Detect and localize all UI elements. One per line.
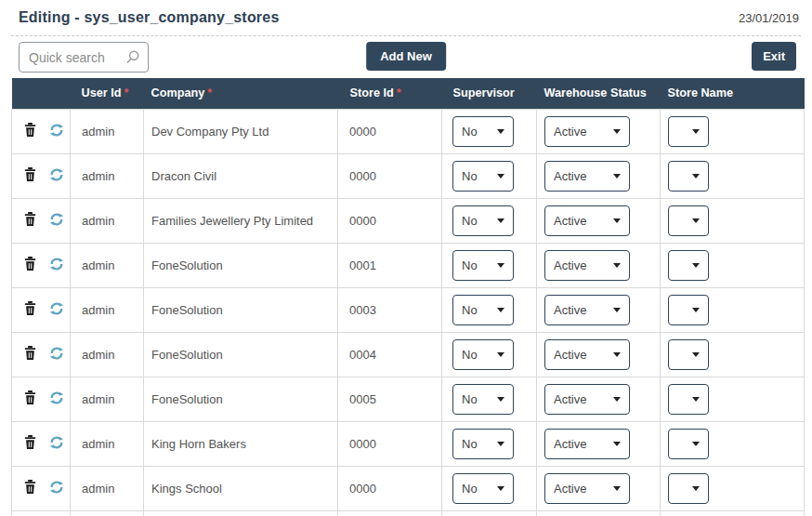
supervisor-select[interactable]: No xyxy=(452,295,514,325)
user-id-cell: admin xyxy=(71,109,144,153)
column-actions xyxy=(12,78,71,109)
refresh-row-button[interactable] xyxy=(49,301,64,319)
warehouse-status-select[interactable]: Active xyxy=(544,429,630,459)
chevron-down-icon xyxy=(692,397,700,402)
supervisor-select[interactable]: No xyxy=(452,429,514,459)
chevron-down-icon xyxy=(613,218,621,223)
table-row: admin FoneSolution 0004 No Active xyxy=(12,332,805,377)
delete-row-button[interactable] xyxy=(23,479,37,497)
refresh-row-button[interactable] xyxy=(49,390,64,408)
warehouse-status-select[interactable]: Active xyxy=(544,161,630,192)
chevron-down-icon xyxy=(613,352,621,357)
store-name-select[interactable] xyxy=(668,116,709,147)
supervisor-select-value: No xyxy=(462,258,478,272)
warehouse-status-select-value: Active xyxy=(554,214,586,228)
table-row: admin King Horn Bakers 0000 No Active xyxy=(12,421,805,466)
store-name-cell xyxy=(661,466,805,510)
add-new-button[interactable]: Add New xyxy=(366,42,446,71)
store-name-cell xyxy=(661,421,805,466)
delete-row-button[interactable] xyxy=(23,122,37,140)
warehouse-status-cell: Active xyxy=(537,421,661,466)
search-input[interactable] xyxy=(19,42,149,73)
store-id-cell: 0000 xyxy=(338,421,442,466)
warehouse-status-select[interactable]: Active xyxy=(544,473,630,504)
supervisor-cell: No xyxy=(442,198,537,243)
warehouse-status-cell: Active xyxy=(537,243,661,287)
user-id-cell: admin xyxy=(71,287,144,332)
supervisor-select[interactable]: No xyxy=(452,339,514,370)
company-cell: FoneSolution xyxy=(144,332,338,377)
store-name-select[interactable] xyxy=(668,161,709,192)
warehouse-status-select[interactable]: Active xyxy=(544,250,630,281)
store-name-select[interactable] xyxy=(668,473,709,504)
chevron-down-icon xyxy=(692,174,700,179)
supervisor-select[interactable]: No xyxy=(452,384,514,415)
store-name-select[interactable] xyxy=(668,295,709,325)
warehouse-status-cell: Active xyxy=(537,287,661,332)
chevron-down-icon xyxy=(497,263,504,268)
column-store-name: Store Name xyxy=(661,78,805,109)
chevron-down-icon xyxy=(692,486,700,491)
row-actions-cell xyxy=(12,153,71,198)
row-actions-cell xyxy=(12,510,71,516)
store-name-select[interactable] xyxy=(668,384,709,415)
table-row: admin FoneSolution 0005 No Active xyxy=(12,377,805,421)
store-name-select[interactable] xyxy=(668,205,709,236)
row-actions-cell xyxy=(12,466,71,510)
refresh-row-button[interactable] xyxy=(49,435,64,453)
title-bar: Editing - sys_user_company_stores 23/01/… xyxy=(0,0,812,35)
table-row: admin Dracon Civil 0000 No Active xyxy=(12,153,805,198)
warehouse-status-select[interactable]: Active xyxy=(544,116,630,147)
chevron-down-icon xyxy=(497,129,504,134)
supervisor-select[interactable]: No xyxy=(452,116,514,147)
delete-row-button[interactable] xyxy=(23,211,37,230)
supervisor-select[interactable]: No xyxy=(452,205,514,236)
store-name-cell xyxy=(661,377,805,421)
delete-row-button[interactable] xyxy=(23,390,37,408)
user-id-cell: admin xyxy=(71,243,144,287)
delete-row-button[interactable] xyxy=(23,166,37,185)
store-id-cell: 0000 xyxy=(338,466,442,510)
supervisor-cell: No xyxy=(442,466,537,510)
store-name-select[interactable] xyxy=(668,339,709,370)
refresh-row-button[interactable] xyxy=(49,212,64,230)
delete-row-button[interactable] xyxy=(23,434,37,453)
warehouse-status-cell xyxy=(537,510,661,516)
chevron-down-icon xyxy=(613,263,621,268)
exit-button[interactable]: Exit xyxy=(752,42,796,71)
store-name-select[interactable] xyxy=(668,429,709,459)
refresh-row-button[interactable] xyxy=(49,346,64,364)
store-id-cell: 0003 xyxy=(338,287,442,332)
supervisor-select-value: No xyxy=(462,482,478,496)
chevron-down-icon xyxy=(497,486,504,491)
supervisor-select[interactable]: No xyxy=(452,161,514,192)
user-id-cell: admin xyxy=(71,421,144,466)
chevron-down-icon xyxy=(613,308,621,312)
warehouse-status-select[interactable]: Active xyxy=(544,295,630,325)
required-marker: * xyxy=(207,86,212,99)
chevron-down-icon xyxy=(613,442,621,446)
warehouse-status-select[interactable]: Active xyxy=(544,384,630,415)
warehouse-status-cell: Active xyxy=(537,466,661,510)
warehouse-status-select-value: Active xyxy=(554,348,586,362)
delete-row-button[interactable] xyxy=(23,300,37,319)
delete-row-button[interactable] xyxy=(23,256,37,274)
warehouse-status-select[interactable]: Active xyxy=(544,339,630,370)
warehouse-status-cell: Active xyxy=(537,198,661,243)
table-row xyxy=(12,510,805,516)
table-row: admin Families Jewellery Pty Limited 000… xyxy=(12,198,805,243)
refresh-row-button[interactable] xyxy=(49,480,64,497)
refresh-row-button[interactable] xyxy=(49,167,64,185)
company-cell: FoneSolution xyxy=(144,243,338,287)
refresh-row-button[interactable] xyxy=(49,257,64,274)
warehouse-status-select-value: Active xyxy=(554,482,586,496)
supervisor-select[interactable]: No xyxy=(452,250,514,281)
store-name-cell xyxy=(661,153,805,198)
supervisor-select[interactable]: No xyxy=(452,473,514,504)
warehouse-status-select[interactable]: Active xyxy=(544,205,630,236)
delete-row-button[interactable] xyxy=(23,345,37,364)
chevron-down-icon xyxy=(613,174,621,179)
page-date: 23/01/2019 xyxy=(739,9,799,25)
refresh-row-button[interactable] xyxy=(49,123,64,140)
store-name-select[interactable] xyxy=(668,250,709,281)
